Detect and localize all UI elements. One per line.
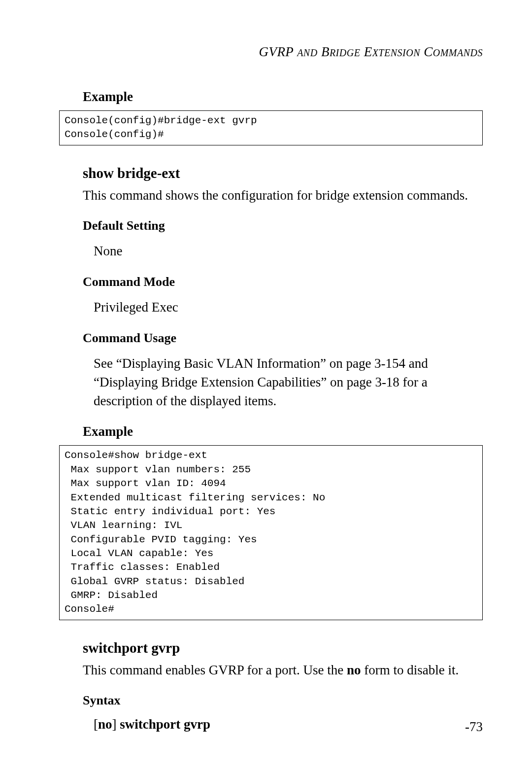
syntax-heading: Syntax — [83, 693, 483, 708]
example2-code-box: Console#show bridge-ext Max support vlan… — [59, 445, 483, 620]
syntax-line: [no] switchport gvrp — [94, 717, 483, 732]
switchport-gvrp-description: This command enables GVRP for a port. Us… — [83, 661, 483, 680]
default-setting-heading: Default Setting — [83, 218, 483, 233]
example2-heading: Example — [83, 424, 483, 439]
default-setting-value: None — [94, 242, 483, 261]
desc-post: form to disable it. — [361, 663, 459, 677]
syntax-bracket-open: [ — [94, 717, 98, 732]
command-mode-value: Privileged Exec — [94, 298, 483, 317]
command-mode-heading: Command Mode — [83, 275, 483, 289]
header-text: GVRP AND BRIDGE EXTENSION COMMANDS — [259, 44, 483, 59]
example1-heading: Example — [83, 89, 483, 105]
page-number: -73 — [465, 719, 483, 735]
example1-code-box: Console(config)#bridge-ext gvrp Console(… — [59, 110, 483, 145]
content-area: Example Console(config)#bridge-ext gvrp … — [59, 89, 483, 732]
desc-bold: no — [347, 663, 361, 677]
page-container: GVRP AND BRIDGE EXTENSION COMMANDS Examp… — [0, 0, 532, 766]
desc-pre: This command enables GVRP for a port. Us… — [83, 663, 347, 677]
command-usage-value: See “Displaying Basic VLAN Information” … — [94, 354, 483, 410]
syntax-cmd: switchport gvrp — [120, 717, 210, 732]
command-usage-heading: Command Usage — [83, 331, 483, 346]
running-header: GVRP AND BRIDGE EXTENSION COMMANDS — [59, 44, 483, 60]
switchport-gvrp-title: switchport gvrp — [83, 640, 483, 656]
show-bridge-ext-description: This command shows the configuration for… — [83, 186, 483, 205]
syntax-no: no — [98, 717, 112, 732]
syntax-bracket-close: ] — [112, 717, 120, 732]
show-bridge-ext-title: show bridge-ext — [83, 165, 483, 181]
